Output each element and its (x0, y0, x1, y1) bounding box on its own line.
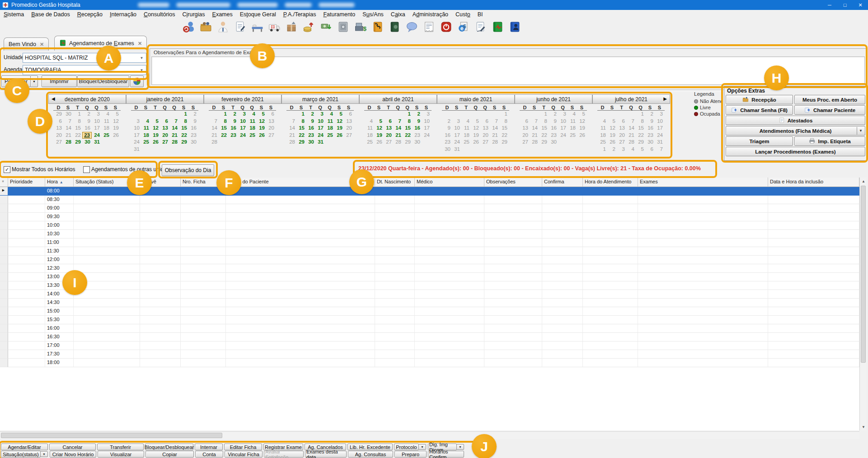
empty-cell[interactable] (583, 307, 638, 316)
calendar-day[interactable]: 25 (101, 132, 111, 139)
calendar-day[interactable]: 22 (636, 132, 645, 139)
reception-folder-icon[interactable] (199, 20, 212, 33)
empty-cell[interactable] (375, 316, 415, 324)
row-indicator[interactable] (0, 213, 8, 221)
empty-cell[interactable] (140, 187, 181, 196)
empty-cell[interactable] (8, 247, 45, 256)
calendar-day[interactable]: 11 (325, 118, 334, 125)
chevron-down-icon[interactable]: ▼ (857, 127, 864, 135)
other-units-checkbox[interactable] (83, 166, 90, 173)
empty-cell[interactable] (638, 238, 768, 247)
row-indicator[interactable] (0, 324, 8, 333)
empty-cell[interactable] (583, 213, 638, 221)
empty-cell[interactable] (638, 230, 768, 238)
calendar-day[interactable]: 1 (636, 111, 645, 118)
calendar-day[interactable]: 1 (219, 111, 228, 118)
payments-down-icon[interactable] (319, 20, 333, 33)
empty-cell[interactable] (415, 333, 484, 341)
calendar-day[interactable]: 7 (490, 118, 499, 125)
menu-item-custo[interactable]: Custo (452, 10, 474, 19)
calendar-day[interactable]: 19 (111, 125, 120, 132)
empty-cell[interactable] (375, 281, 415, 290)
empty-cell[interactable] (375, 187, 415, 196)
calendar-day[interactable]: 29 (179, 139, 188, 146)
calendar-day[interactable]: 5 (111, 111, 120, 118)
empty-cell[interactable] (8, 290, 45, 299)
row-indicator[interactable] (0, 350, 8, 359)
calendar-day[interactable]: 2 (607, 146, 617, 153)
row-indicator[interactable] (0, 341, 8, 350)
empty-cell[interactable] (74, 273, 140, 281)
calendar-day[interactable]: 11 (101, 118, 111, 125)
empty-cell[interactable] (484, 281, 542, 290)
empty-cell[interactable] (484, 256, 542, 264)
time-cell[interactable]: 12:00 (45, 256, 74, 264)
calendar-day[interactable]: 8 (539, 118, 549, 125)
action-button-bloquear-desbloquear[interactable]: Bloquear/Desbloquear (145, 444, 193, 450)
column-header-dt-nascimento[interactable]: Dt. Nascimento (375, 178, 415, 187)
calendar-day[interactable]: 6 (617, 118, 626, 125)
empty-cell[interactable] (638, 324, 768, 333)
calendar-next-icon[interactable]: ▶ (663, 96, 667, 101)
empty-cell[interactable] (140, 350, 181, 359)
time-cell[interactable]: 15:00 (45, 307, 74, 316)
calendar-day[interactable]: 15 (73, 125, 82, 132)
calendar-day[interactable]: 24 (558, 132, 568, 139)
calendar-day[interactable]: 24 (422, 132, 431, 139)
empty-cell[interactable] (181, 324, 226, 333)
empty-cell[interactable] (768, 221, 859, 230)
calendar-day[interactable]: 12 (374, 125, 384, 132)
empty-cell[interactable] (484, 333, 542, 341)
empty-cell[interactable] (415, 281, 484, 290)
action-button-ag-consultas[interactable]: Ag. Consultas (348, 451, 393, 458)
extras-button-meus-proc-em-aberto[interactable]: Meus Proc. em Aberto (794, 95, 865, 104)
observations-text-area[interactable] (151, 56, 865, 85)
action-button-situa-o-status-[interactable]: Situação(status)▼ (1, 451, 41, 458)
time-cell[interactable]: 10:00 (45, 221, 74, 230)
calendar-day[interactable]: 25 (141, 139, 150, 146)
calendar-day[interactable]: 23 (306, 132, 315, 139)
empty-cell[interactable] (8, 333, 45, 341)
empty-cell[interactable] (542, 359, 583, 367)
empty-cell[interactable] (638, 204, 768, 213)
extras-button-lan-ar-procedimentos-exames-[interactable]: Lançar Procedimentos (Exames) (726, 147, 865, 156)
calendar-day[interactable]: 14 (287, 125, 296, 132)
time-cell[interactable]: 10:30 (45, 230, 74, 238)
calendar-day[interactable]: 16 (82, 125, 92, 132)
calendar-day[interactable]: 2 (412, 111, 422, 118)
calendar-day[interactable]: 7 (63, 118, 73, 125)
schedule-row-1100[interactable]: 11:00 (0, 238, 859, 247)
empty-cell[interactable] (542, 281, 583, 290)
empty-cell[interactable] (583, 264, 638, 273)
action-button-visualizar[interactable]: Visualizar (98, 451, 144, 458)
calendar-day[interactable]: 30 (306, 139, 315, 146)
empty-cell[interactable] (8, 316, 45, 324)
calendar-day[interactable]: 4 (325, 111, 334, 118)
column-header--[interactable]: * (0, 178, 8, 187)
calendar-day[interactable]: 20 (266, 125, 276, 132)
calendar-day[interactable]: 4 (568, 111, 577, 118)
calendar-day[interactable]: 31 (92, 139, 101, 146)
empty-cell[interactable] (74, 256, 140, 264)
tab-bem-vindo[interactable]: Bem Vindo✕ (4, 37, 49, 51)
menu-item-p-a-terapias[interactable]: P.A./Terapias (280, 10, 320, 19)
calendar-day[interactable]: 15 (219, 125, 228, 132)
action-button-copiar[interactable]: Copiar (145, 451, 194, 458)
empty-cell[interactable] (484, 341, 542, 350)
calendar-day[interactable]: 14 (626, 125, 636, 132)
empty-cell[interactable] (375, 230, 415, 238)
time-cell[interactable]: 08:00 (45, 187, 74, 196)
calendar-day[interactable]: 4 (365, 118, 374, 125)
empty-cell[interactable] (74, 350, 140, 359)
calendar-day[interactable]: 10 (655, 118, 664, 125)
action-button-agendar-editar[interactable]: Agendar/Editar (1, 444, 48, 450)
empty-cell[interactable] (484, 247, 542, 256)
empty-cell[interactable] (542, 324, 583, 333)
empty-cell[interactable] (484, 230, 542, 238)
contract-sign-icon[interactable] (474, 20, 487, 33)
calendar-day[interactable]: 23 (228, 132, 238, 139)
time-cell[interactable]: 14:00 (45, 290, 74, 299)
calendar-day[interactable]: 2 (188, 111, 198, 118)
action-button-preparo[interactable]: Preparo (394, 451, 427, 458)
calendar-day[interactable]: 24 (452, 139, 461, 146)
